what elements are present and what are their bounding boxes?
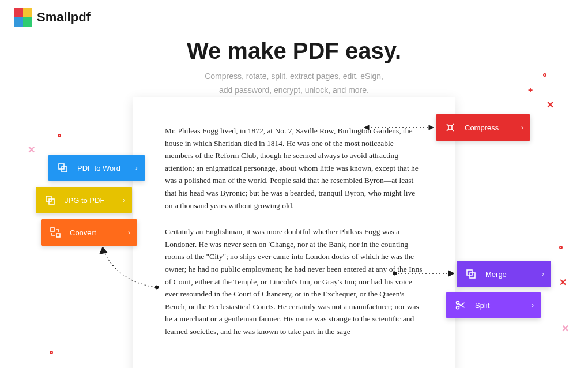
- decorative-dot: [58, 134, 61, 137]
- split-button[interactable]: Split ›: [446, 292, 541, 318]
- convert-button[interactable]: Convert ›: [41, 219, 137, 246]
- decorative-dot: [559, 246, 563, 249]
- decorative-plus-icon: +: [528, 85, 533, 95]
- split-label: Split: [475, 301, 520, 310]
- svg-point-10: [457, 306, 459, 309]
- pdf-to-word-icon: [56, 162, 69, 174]
- arrow-compress: [364, 124, 434, 131]
- decorative-x-icon: ✕: [561, 323, 569, 334]
- chevron-right-icon: ›: [123, 196, 125, 204]
- hero-subtitle: Compress, rotate, split, extract pages, …: [0, 70, 588, 97]
- jpg-to-pdf-label: JPG to PDF: [65, 196, 111, 205]
- arrow-convert: [97, 247, 160, 293]
- jpg-to-pdf-button[interactable]: JPG to PDF ›: [36, 187, 132, 213]
- logo-icon: [14, 8, 32, 27]
- chevron-right-icon: ›: [135, 164, 138, 172]
- svg-rect-6: [56, 234, 60, 237]
- svg-marker-14: [448, 271, 454, 276]
- decorative-dot: [50, 351, 53, 354]
- pdf-to-word-button[interactable]: PDF to Word ›: [48, 155, 145, 181]
- merge-label: Merge: [485, 270, 530, 279]
- svg-point-9: [457, 301, 459, 304]
- svg-marker-15: [100, 247, 107, 254]
- convert-label: Convert: [70, 228, 116, 237]
- chevron-right-icon: ›: [532, 301, 534, 309]
- chevron-right-icon: ›: [542, 270, 544, 278]
- decorative-x-icon: ✕: [559, 277, 567, 288]
- pdf-to-word-label: PDF to Word: [77, 164, 124, 172]
- hero-title: We make PDF easy.: [0, 38, 588, 64]
- merge-button[interactable]: Merge ›: [457, 261, 551, 287]
- svg-point-13: [393, 272, 397, 275]
- compress-button[interactable]: Compress ›: [436, 114, 530, 141]
- convert-icon: [49, 226, 62, 239]
- decorative-x-icon: ✕: [28, 144, 35, 155]
- chevron-right-icon: ›: [128, 228, 130, 236]
- decorative-x-icon: ✕: [546, 99, 554, 110]
- arrow-merge: [393, 268, 454, 279]
- svg-rect-5: [51, 228, 54, 231]
- hero: We make PDF easy. Compress, rotate, spli…: [0, 38, 588, 97]
- svg-point-16: [155, 286, 159, 289]
- scissors-icon: [454, 299, 467, 311]
- chevron-right-icon: ›: [521, 123, 523, 132]
- merge-icon: [465, 268, 477, 280]
- brand-name: Smallpdf: [37, 10, 91, 25]
- svg-marker-12: [429, 125, 434, 130]
- svg-marker-11: [364, 125, 369, 130]
- header: Smallpdf: [0, 0, 588, 35]
- jpg-to-pdf-icon: [44, 194, 56, 206]
- document-preview: Mr. Phileas Fogg lived, in 1872, at No. …: [133, 97, 455, 368]
- compress-icon: [444, 121, 457, 134]
- compress-label: Compress: [465, 123, 510, 132]
- decorative-dot: [543, 73, 546, 77]
- doc-paragraph: Mr. Phileas Fogg lived, in 1872, at No. …: [165, 125, 423, 212]
- doc-paragraph: Certainly an Englishman, it was more dou…: [165, 226, 423, 337]
